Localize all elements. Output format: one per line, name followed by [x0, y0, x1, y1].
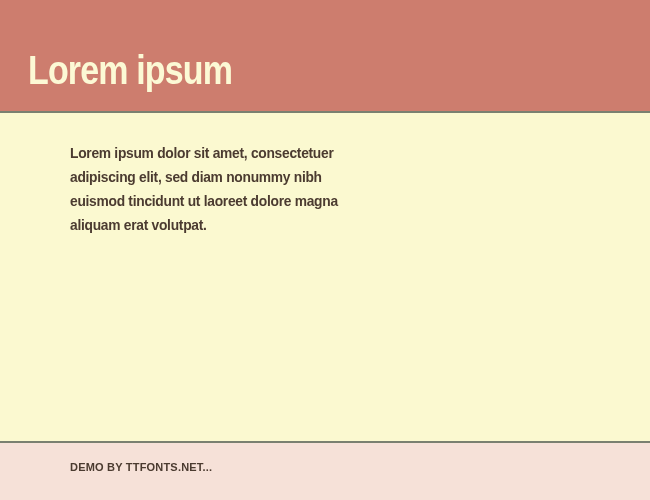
header-banner: Lorem ipsum — [0, 0, 650, 113]
footer-credit: DEMO BY TTFONTS.NET... — [70, 461, 650, 473]
content-area: Lorem ipsum dolor sit amet, consectetuer… — [0, 113, 650, 443]
footer-bar: DEMO BY TTFONTS.NET... — [0, 443, 650, 500]
page-title: Lorem ipsum — [28, 48, 557, 93]
body-paragraph: Lorem ipsum dolor sit amet, consectetuer… — [70, 141, 355, 237]
